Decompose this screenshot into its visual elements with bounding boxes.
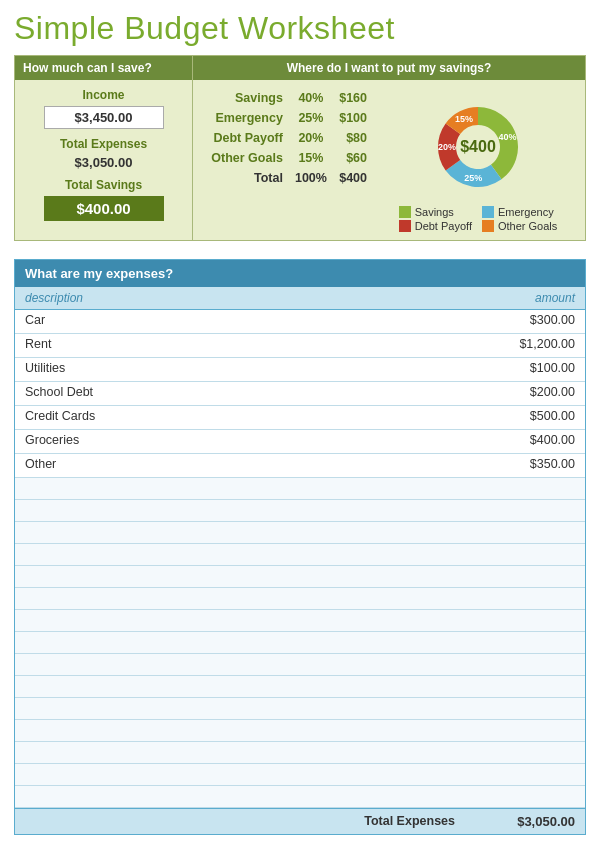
expense-row-empty xyxy=(15,720,585,742)
expense-desc[interactable]: Groceries xyxy=(15,430,465,453)
chart-area: 40%25%20%15% $400 Savings Emergency Debt… xyxy=(383,88,573,232)
expense-amt-empty[interactable] xyxy=(465,610,585,631)
footer-label: Total Expenses xyxy=(354,809,465,834)
expense-amt[interactable]: $400.00 xyxy=(465,430,585,453)
top-section: How much can I save? Where do I want to … xyxy=(14,55,586,241)
savings-row-label: Debt Payoff xyxy=(205,128,289,148)
expense-amt-empty[interactable] xyxy=(465,588,585,609)
how-much-save-header: How much can I save? xyxy=(15,56,193,80)
savings-row-amt: $100 xyxy=(333,108,373,128)
expense-amt-empty[interactable] xyxy=(465,478,585,499)
savings-row-label: Other Goals xyxy=(205,148,289,168)
expense-row-empty xyxy=(15,742,585,764)
top-body: Income $3,450.00 Total Expenses $3,050.0… xyxy=(15,80,585,240)
expense-amt-empty[interactable] xyxy=(465,786,585,807)
chart-legend: Savings Emergency Debt Payoff Other Goal… xyxy=(399,206,558,232)
expense-row: Credit Cards $500.00 xyxy=(15,406,585,430)
savings-row-pct: 100% xyxy=(289,168,333,188)
expense-amt[interactable]: $100.00 xyxy=(465,358,585,381)
expense-desc-empty[interactable] xyxy=(15,698,465,719)
expense-row-empty xyxy=(15,522,585,544)
savings-row-amt: $80 xyxy=(333,128,373,148)
savings-row-amt: $160 xyxy=(333,88,373,108)
expense-desc[interactable]: Utilities xyxy=(15,358,465,381)
donut-chart: 40%25%20%15% $400 xyxy=(423,92,533,202)
expense-desc[interactable]: School Debt xyxy=(15,382,465,405)
expense-row-empty xyxy=(15,764,585,786)
expense-amt-empty[interactable] xyxy=(465,698,585,719)
expense-row: Utilities $100.00 xyxy=(15,358,585,382)
expense-row-empty xyxy=(15,676,585,698)
legend-label: Other Goals xyxy=(498,220,557,232)
expense-amt-empty[interactable] xyxy=(465,566,585,587)
where-put-savings-header: Where do I want to put my savings? xyxy=(193,56,585,80)
legend-dot xyxy=(482,206,494,218)
expense-desc-empty[interactable] xyxy=(15,676,465,697)
expense-desc-empty[interactable] xyxy=(15,742,465,763)
donut-pct-label: 20% xyxy=(438,142,456,152)
expense-desc-empty[interactable] xyxy=(15,654,465,675)
savings-row-label: Total xyxy=(205,168,289,188)
savings-row-pct: 40% xyxy=(289,88,333,108)
expense-desc-empty[interactable] xyxy=(15,588,465,609)
savings-row-amt: $400 xyxy=(333,168,373,188)
legend-item: Savings xyxy=(399,206,474,218)
legend-item: Emergency xyxy=(482,206,557,218)
legend-item: Debt Payoff xyxy=(399,220,474,232)
expense-amt-empty[interactable] xyxy=(465,522,585,543)
expense-desc-empty[interactable] xyxy=(15,764,465,785)
col-desc-header: description xyxy=(15,287,465,309)
expense-amt-empty[interactable] xyxy=(465,676,585,697)
expense-desc-empty[interactable] xyxy=(15,522,465,543)
expense-desc-empty[interactable] xyxy=(15,786,465,807)
expense-amt-empty[interactable] xyxy=(465,654,585,675)
expense-desc[interactable]: Rent xyxy=(15,334,465,357)
expense-desc-empty[interactable] xyxy=(15,500,465,521)
footer-spacer xyxy=(15,809,354,834)
total-expenses-value: $3,050.00 xyxy=(75,155,133,170)
expense-desc[interactable]: Other xyxy=(15,454,465,477)
expense-amt[interactable]: $300.00 xyxy=(465,310,585,333)
expense-amt[interactable]: $350.00 xyxy=(465,454,585,477)
legend-item: Other Goals xyxy=(482,220,557,232)
legend-label: Emergency xyxy=(498,206,554,218)
expense-amt-empty[interactable] xyxy=(465,500,585,521)
legend-dot xyxy=(399,206,411,218)
expense-amt[interactable]: $200.00 xyxy=(465,382,585,405)
page-title: Simple Budget Worksheet xyxy=(14,10,586,47)
expense-row-empty xyxy=(15,632,585,654)
legend-label: Debt Payoff xyxy=(415,220,472,232)
expense-desc-empty[interactable] xyxy=(15,720,465,741)
footer-value: $3,050.00 xyxy=(465,809,585,834)
expenses-subheader: description amount xyxy=(15,287,585,310)
expense-row-empty xyxy=(15,478,585,500)
expense-desc-empty[interactable] xyxy=(15,478,465,499)
donut-pct-label: 40% xyxy=(498,132,516,142)
expense-row-empty xyxy=(15,610,585,632)
expense-row-empty xyxy=(15,786,585,808)
expense-amt-empty[interactable] xyxy=(465,720,585,741)
expense-desc-empty[interactable] xyxy=(15,632,465,653)
expense-desc-empty[interactable] xyxy=(15,610,465,631)
expense-amt[interactable]: $1,200.00 xyxy=(465,334,585,357)
expense-row: Groceries $400.00 xyxy=(15,430,585,454)
expense-amt[interactable]: $500.00 xyxy=(465,406,585,429)
expense-desc-empty[interactable] xyxy=(15,544,465,565)
expense-row-empty xyxy=(15,588,585,610)
expense-desc[interactable]: Credit Cards xyxy=(15,406,465,429)
savings-row-pct: 20% xyxy=(289,128,333,148)
expense-row-empty xyxy=(15,500,585,522)
expense-row-empty xyxy=(15,566,585,588)
legend-dot xyxy=(482,220,494,232)
expense-amt-empty[interactable] xyxy=(465,544,585,565)
expense-amt-empty[interactable] xyxy=(465,632,585,653)
expense-amt-empty[interactable] xyxy=(465,764,585,785)
savings-row-pct: 25% xyxy=(289,108,333,128)
expense-amt-empty[interactable] xyxy=(465,742,585,763)
income-value[interactable]: $3,450.00 xyxy=(44,106,164,129)
expense-desc[interactable]: Car xyxy=(15,310,465,333)
expenses-footer: Total Expenses $3,050.00 xyxy=(15,808,585,834)
right-panel: Savings 40% $160 Emergency 25% $100 Debt… xyxy=(193,80,585,240)
expense-desc-empty[interactable] xyxy=(15,566,465,587)
savings-row-amt: $60 xyxy=(333,148,373,168)
